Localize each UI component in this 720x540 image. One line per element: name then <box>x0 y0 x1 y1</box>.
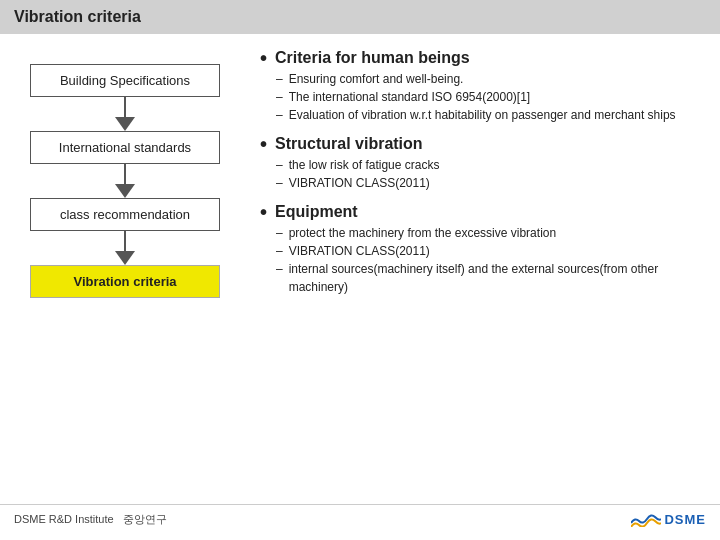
section-structural: • Structural vibration – the low risk of… <box>260 134 710 192</box>
equipment-item-1: – protect the machinery from the excessi… <box>276 224 710 242</box>
right-column: • Criteria for human beings – Ensuring c… <box>250 44 710 494</box>
box-international-standards: International standards <box>30 131 220 164</box>
flow-diagram: Building Specifications International st… <box>10 64 240 298</box>
box-class-recommendation: class recommendation <box>30 198 220 231</box>
bullet-3: • <box>260 202 267 222</box>
arrow-line-2 <box>124 164 126 184</box>
dsme-logo: DSME <box>631 512 706 527</box>
dsme-text: DSME <box>664 512 706 527</box>
structural-item-2: – VIBRATION CLASS(2011) <box>276 174 710 192</box>
equipment-item-3: – internal sources(machinery itself) and… <box>276 260 710 296</box>
page-header: Vibration criteria <box>0 0 720 34</box>
box-building-specs: Building Specifications <box>30 64 220 97</box>
section-criteria-title: • Criteria for human beings <box>260 48 710 68</box>
arrow-head-3 <box>115 251 135 265</box>
page-title: Vibration criteria <box>14 8 141 25</box>
equipment-item-2: – VIBRATION CLASS(2011) <box>276 242 710 260</box>
left-column: Building Specifications International st… <box>10 44 240 494</box>
section-structural-title: • Structural vibration <box>260 134 710 154</box>
criteria-item-1: – Ensuring comfort and well-being. <box>276 70 710 88</box>
arrow-1 <box>115 97 135 131</box>
section-criteria: • Criteria for human beings – Ensuring c… <box>260 48 710 124</box>
arrow-line-1 <box>124 97 126 117</box>
criteria-item-2: – The international standard ISO 6954(20… <box>276 88 710 106</box>
arrow-head-1 <box>115 117 135 131</box>
arrow-head-2 <box>115 184 135 198</box>
section-equipment: • Equipment – protect the machinery from… <box>260 202 710 296</box>
box-vibration-criteria: Vibration criteria <box>30 265 220 298</box>
dsme-wave-icon <box>631 513 661 527</box>
bullet-2: • <box>260 134 267 154</box>
arrow-3 <box>115 231 135 265</box>
main-content: Building Specifications International st… <box>0 34 720 504</box>
page-footer: DSME R&D Institute 중앙연구 DSME <box>0 504 720 534</box>
footer-left: DSME R&D Institute 중앙연구 <box>14 512 167 527</box>
arrow-2 <box>115 164 135 198</box>
structural-item-1: – the low risk of fatigue cracks <box>276 156 710 174</box>
arrow-line-3 <box>124 231 126 251</box>
section-equipment-title: • Equipment <box>260 202 710 222</box>
criteria-item-3: – Evaluation of vibration w.r.t habitabi… <box>276 106 710 124</box>
bullet-1: • <box>260 48 267 68</box>
